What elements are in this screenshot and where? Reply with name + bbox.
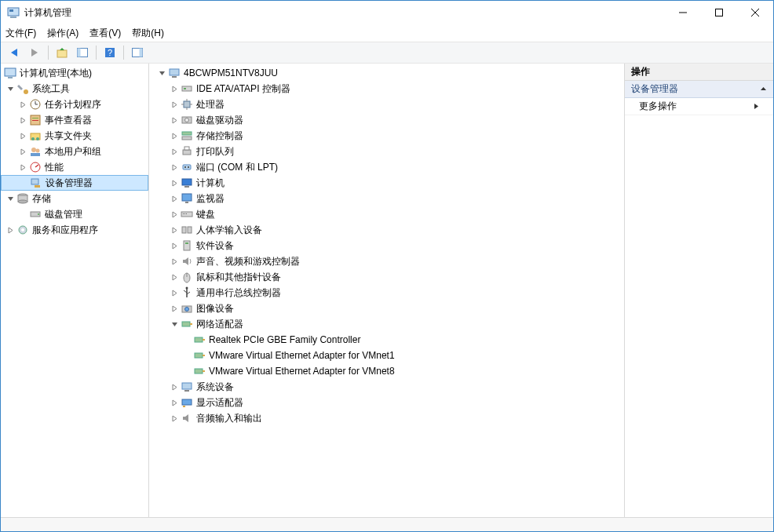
chevron-right-icon[interactable] (168, 114, 181, 126)
menu-file[interactable]: 文件(F) (5, 27, 36, 40)
device-usb[interactable]: 通用串行总线控制器 (149, 285, 624, 301)
chevron-right-icon[interactable] (168, 224, 181, 236)
device-computers[interactable]: 计算机 (149, 175, 624, 191)
console-tree[interactable]: 计算机管理(本地) 系统工具 任务计划程序 事件查看器 共享文件夹 (1, 64, 149, 517)
menu-view[interactable]: 查看(V) (89, 27, 121, 40)
device-root[interactable]: 4BCWPM51NTV8JUU (149, 65, 624, 81)
network-adapter-icon (181, 318, 193, 330)
menu-help[interactable]: 帮助(H) (132, 27, 164, 40)
actions-section[interactable]: 设备管理器 (625, 81, 773, 98)
chevron-right-icon[interactable] (168, 239, 181, 252)
collapse-icon[interactable] (760, 86, 767, 93)
svg-rect-9 (78, 49, 81, 57)
device-tree[interactable]: 4BCWPM51NTV8JUU IDE ATA/ATAPI 控制器 处理器 磁盘… (149, 64, 625, 517)
chevron-right-icon[interactable] (168, 271, 181, 283)
tree-task-scheduler[interactable]: 任务计划程序 (1, 97, 148, 112)
chevron-down-icon[interactable] (4, 82, 16, 95)
device-display[interactable]: 显示适配器 (149, 395, 624, 410)
device-processors[interactable]: 处理器 (149, 97, 624, 112)
close-button[interactable] (737, 1, 773, 24)
device-ide-ata[interactable]: IDE ATA/ATAPI 控制器 (149, 81, 624, 97)
device-print-queues[interactable]: 打印队列 (149, 144, 624, 159)
tree-storage[interactable]: 存储 (1, 191, 148, 206)
menu-action[interactable]: 操作(A) (47, 27, 78, 40)
device-imaging[interactable]: 图像设备 (149, 301, 624, 316)
device-mice[interactable]: 鼠标和其他指针设备 (149, 269, 624, 285)
chevron-right-icon[interactable] (168, 192, 181, 205)
chevron-down-icon[interactable] (168, 318, 181, 330)
tree-services-apps[interactable]: 服务和应用程序 (1, 222, 148, 238)
device-audio[interactable]: 音频输入和输出 (149, 410, 624, 426)
chevron-right-icon[interactable] (168, 177, 181, 189)
device-monitors[interactable]: 监视器 (149, 191, 624, 206)
chevron-right-icon[interactable] (168, 381, 181, 393)
svg-rect-87 (183, 406, 185, 407)
action-pane-button[interactable] (129, 44, 146, 61)
svg-rect-14 (5, 68, 16, 76)
device-software[interactable]: 软件设备 (149, 238, 624, 253)
chevron-right-icon[interactable] (168, 255, 181, 268)
tree-system-tools[interactable]: 系统工具 (1, 81, 148, 97)
actions-pane: 操作 设备管理器 更多操作 (625, 64, 773, 517)
ide-controller-icon (181, 82, 193, 95)
chevron-right-icon[interactable] (168, 208, 181, 220)
actions-more[interactable]: 更多操作 (625, 98, 773, 115)
tree-shared-folders[interactable]: 共享文件夹 (1, 128, 148, 144)
device-disk-drives[interactable]: 磁盘驱动器 (149, 112, 624, 128)
device-net-realtek[interactable]: Realtek PCIe GBE Family Controller (149, 332, 624, 348)
tree-device-manager[interactable]: 设备管理器 (1, 175, 148, 191)
tree-event-viewer[interactable]: 事件查看器 (1, 112, 148, 128)
svg-point-37 (38, 213, 39, 215)
help-button[interactable]: ? (101, 44, 119, 61)
chevron-right-icon[interactable] (168, 396, 181, 409)
chevron-right-icon[interactable] (168, 161, 181, 173)
back-button[interactable] (5, 44, 23, 61)
device-sound[interactable]: 声音、视频和游戏控制器 (149, 253, 624, 269)
disk-drive-icon (181, 114, 193, 126)
statusbar (1, 517, 773, 531)
device-system[interactable]: 系统设备 (149, 379, 624, 395)
device-hid[interactable]: 人体学输入设备 (149, 222, 624, 238)
chevron-right-icon[interactable] (168, 129, 181, 142)
tree-local-users[interactable]: 本地用户和组 (1, 144, 148, 159)
up-button[interactable] (53, 44, 71, 61)
svg-rect-55 (183, 165, 191, 169)
chevron-right-icon[interactable] (16, 114, 29, 126)
chevron-right-icon[interactable] (168, 82, 181, 95)
chevron-right-icon[interactable] (168, 412, 181, 425)
tree-root[interactable]: 计算机管理(本地) (1, 65, 148, 81)
svg-rect-79 (203, 339, 205, 341)
show-hide-tree-button[interactable] (74, 44, 91, 61)
device-manager-icon (30, 177, 42, 189)
device-net-vmnet1[interactable]: VMware Virtual Ethernet Adapter for VMne… (149, 348, 624, 363)
chevron-right-icon[interactable] (16, 145, 29, 158)
svg-rect-22 (32, 120, 38, 121)
maximize-button[interactable] (701, 1, 737, 24)
device-ports[interactable]: 端口 (COM 和 LPT) (149, 159, 624, 175)
network-adapter-icon (193, 365, 206, 377)
device-storage-controllers[interactable]: 存储控制器 (149, 128, 624, 144)
tree-performance[interactable]: 性能 (1, 159, 148, 175)
chevron-right-icon[interactable] (16, 129, 29, 142)
device-net-vmnet8[interactable]: VMware Virtual Ethernet Adapter for VMne… (149, 363, 624, 379)
forward-button[interactable] (26, 44, 43, 61)
chevron-right-icon[interactable] (168, 286, 181, 299)
chevron-right-icon[interactable] (16, 98, 29, 111)
clock-icon (29, 98, 42, 111)
minimize-button[interactable] (665, 1, 701, 24)
chevron-right-icon[interactable] (16, 161, 29, 173)
tree-disk-management[interactable]: 磁盘管理 (1, 206, 148, 222)
chevron-right-icon (754, 103, 759, 110)
disk-icon (29, 208, 42, 220)
device-keyboards[interactable]: 键盘 (149, 206, 624, 222)
users-icon (29, 145, 42, 158)
chevron-down-icon[interactable] (155, 67, 168, 79)
svg-rect-52 (182, 137, 192, 140)
chevron-right-icon[interactable] (168, 98, 181, 111)
chevron-right-icon[interactable] (168, 302, 181, 315)
chevron-right-icon[interactable] (168, 145, 181, 158)
chevron-right-icon[interactable] (4, 224, 16, 236)
device-network[interactable]: 网络适配器 (149, 316, 624, 332)
chevron-down-icon[interactable] (4, 192, 16, 205)
services-icon (16, 224, 29, 236)
